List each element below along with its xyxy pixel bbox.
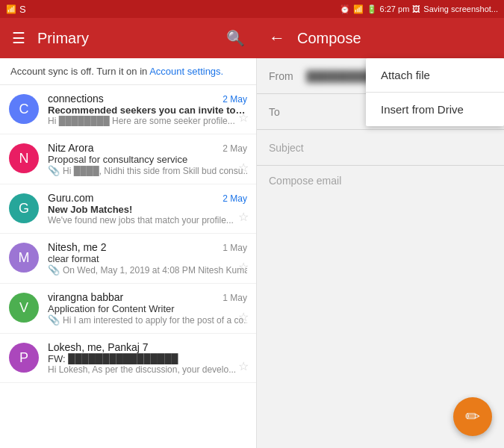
email-list: C connections 2 May Recommended seekers … — [0, 85, 256, 383]
clip-icon: 📎 — [48, 314, 60, 326]
email-body: Nitesh, me 2 1 May clear format 📎 On Wed… — [48, 241, 247, 276]
menu-icon[interactable]: ☰ — [12, 29, 25, 47]
email-header: connections 2 May — [48, 93, 247, 105]
content-area: Account sync is off. Turn it on in Accou… — [0, 58, 504, 448]
email-preview: We've found new jobs that match your pro… — [48, 215, 247, 225]
email-item[interactable]: C connections 2 May Recommended seekers … — [0, 85, 256, 134]
star-icon[interactable]: ☆ — [238, 210, 249, 224]
preview-text: We've found new jobs that match your pro… — [48, 215, 234, 225]
email-date: 1 May — [223, 243, 247, 253]
email-header: Nitz Arora 2 May — [48, 142, 247, 154]
star-icon[interactable]: ☆ — [238, 359, 249, 373]
email-subject: FW: ████████████████ — [48, 353, 247, 364]
star-icon[interactable]: ☆ — [238, 260, 249, 274]
email-header: virangna babbar 1 May — [48, 291, 247, 303]
account-settings-link[interactable]: Account settings. — [149, 66, 223, 77]
nav-right: ← Compose — [257, 18, 504, 58]
skype-icon: S — [19, 4, 26, 15]
clip-icon: 📎 — [48, 264, 60, 276]
email-date: 2 May — [223, 193, 247, 204]
email-preview: Hi Lokesh, As per the discussion, your d… — [48, 364, 247, 375]
email-item[interactable]: V virangna babbar 1 May Application for … — [0, 284, 256, 334]
email-date: 1 May — [223, 293, 247, 303]
email-item[interactable]: N Nitz Arora 2 May Proposal for consulta… — [0, 134, 256, 184]
time-display: 6:27 pm — [380, 4, 410, 13]
avatar: M — [9, 243, 39, 273]
avatar: G — [9, 193, 39, 223]
star-icon[interactable]: ☆ — [238, 111, 249, 125]
email-preview: 📎 Hi ████, Nidhi this side from Skill bu… — [48, 165, 247, 176]
status-left: 📶 S — [6, 4, 26, 15]
email-subject: Proposal for consultancy service — [48, 154, 247, 165]
avatar: P — [9, 343, 39, 373]
email-body: Lokesh, me, Pankaj 7 FW: ███████████████… — [48, 341, 247, 375]
email-header: Nitesh, me 2 1 May — [48, 241, 247, 253]
email-item[interactable]: M Nitesh, me 2 1 May clear format 📎 On W… — [0, 234, 256, 284]
email-body: virangna babbar 1 May Application for Co… — [48, 291, 247, 326]
avatar: C — [9, 94, 39, 124]
back-icon[interactable]: ← — [269, 28, 285, 48]
dropdown-menu: Attach file Insert from Drive — [366, 58, 504, 126]
email-preview: Hi ████████ Here are some seeker profile… — [48, 116, 247, 126]
preview-text: Hi I am interested to apply for the post… — [63, 315, 247, 326]
alarm-icon: ⏰ — [340, 4, 350, 14]
star-icon[interactable]: ☆ — [238, 161, 249, 175]
preview-text: Hi Lokesh, As per the discussion, your d… — [48, 364, 236, 375]
email-preview: 📎 Hi I am interested to apply for the po… — [48, 314, 247, 326]
nav-bar: ☰ Primary 🔍 ← Compose — [0, 18, 504, 58]
sender-name: Guru.com — [48, 192, 93, 204]
email-subject: Recommended seekers you can invite to fo… — [48, 105, 247, 116]
preview-text: Hi ████████ Here are some seeker profile… — [48, 116, 235, 126]
clip-icon: 📎 — [48, 165, 60, 176]
star-icon[interactable]: ☆ — [238, 310, 249, 324]
saving-text: Saving screenshot... — [423, 4, 498, 13]
email-body: Nitz Arora 2 May Proposal for consultanc… — [48, 142, 247, 176]
sender-name: connections — [48, 93, 104, 105]
email-subject: Application for Content Writer — [48, 303, 247, 314]
avatar: V — [9, 293, 39, 323]
compose-title: Compose — [297, 30, 492, 47]
screenshot-icon: 🖼 — [412, 4, 420, 13]
sender-name: Nitesh, me 2 — [48, 241, 107, 253]
status-right: ⏰ 📶 🔋 6:27 pm 🖼 Saving screenshot... — [340, 4, 498, 14]
email-item[interactable]: G Guru.com 2 May New Job Matches! We've … — [0, 184, 256, 234]
email-item[interactable]: P Lokesh, me, Pankaj 7 FW: █████████████… — [0, 334, 256, 383]
signal-icon: 📶 — [6, 4, 16, 14]
avatar: N — [9, 143, 39, 173]
email-date: 2 May — [223, 94, 247, 105]
insert-from-drive-item[interactable]: Insert from Drive — [366, 93, 504, 126]
app-title: Primary — [37, 30, 214, 47]
battery-icon: 🔋 — [367, 4, 377, 14]
email-body: connections 2 May Recommended seekers yo… — [48, 93, 247, 126]
sender-name: Nitz Arora — [48, 142, 93, 154]
email-preview: 📎 On Wed, May 1, 2019 at 4:08 PM Nitesh … — [48, 264, 247, 276]
search-icon[interactable]: 🔍 — [226, 29, 245, 47]
email-header: Guru.com 2 May — [48, 192, 247, 204]
sync-text: Account sync is off. Turn it on in — [10, 66, 149, 77]
sync-banner: Account sync is off. Turn it on in Accou… — [0, 58, 256, 85]
email-subject: New Job Matches! — [48, 204, 247, 215]
attach-file-item[interactable]: Attach file — [366, 58, 504, 92]
compose-panel: From ████████████ To ⌄ Subject Compose e… — [257, 58, 504, 448]
nav-left: ☰ Primary 🔍 — [0, 18, 257, 58]
email-subject: clear format — [48, 253, 247, 264]
email-body: Guru.com 2 May New Job Matches! We've fo… — [48, 192, 247, 225]
status-bar: 📶 S ⏰ 📶 🔋 6:27 pm 🖼 Saving screenshot... — [0, 0, 504, 18]
sender-name: virangna babbar — [48, 291, 123, 303]
email-header: Lokesh, me, Pankaj 7 — [48, 341, 247, 353]
wifi-icon: 📶 — [353, 4, 364, 14]
preview-text: On Wed, May 1, 2019 at 4:08 PM Nitesh Ku… — [63, 265, 247, 276]
email-panel: Account sync is off. Turn it on in Accou… — [0, 58, 257, 448]
preview-text: Hi ████, Nidhi this side from Skill bud … — [63, 166, 247, 176]
sender-name: Lokesh, me, Pankaj 7 — [48, 341, 149, 353]
email-date: 2 May — [223, 143, 247, 154]
